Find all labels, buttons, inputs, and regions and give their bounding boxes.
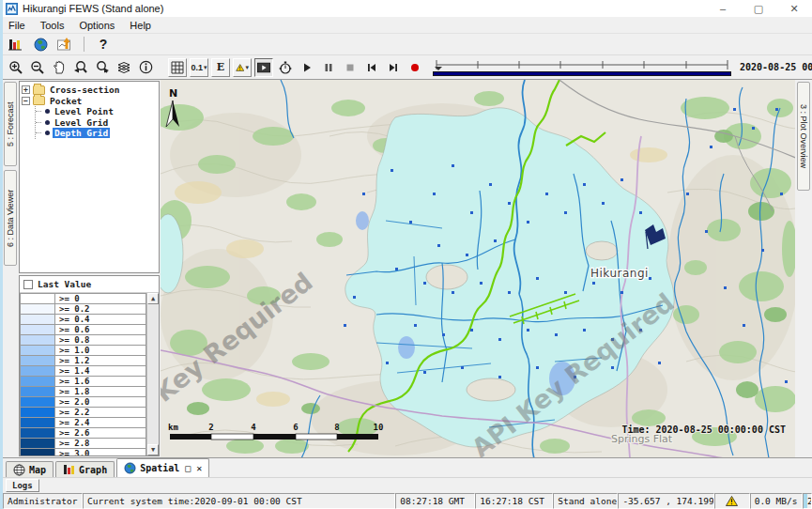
minimize-button[interactable]: – [705,0,741,17]
tree-item-depth-grid[interactable]: Depth Grid [36,128,157,139]
timeline-slider[interactable] [433,58,731,76]
town-label: Hikurangi [590,267,649,280]
play-button[interactable] [298,58,316,77]
legend-row[interactable]: >= 2.0 [20,396,146,407]
legend-row[interactable]: >= 2.8 [20,438,146,448]
expand-icon[interactable]: + [22,85,30,94]
menu-file[interactable]: File [8,20,25,31]
svg-text:km: km [168,423,178,432]
help-button[interactable]: ? [94,35,113,54]
legend-panel: Last Value >= 0>= 0.2>= 0.4>= 0.6>= 0.8>… [19,275,160,456]
title-bar: Hikurangi FEWS (Stand alone) – ▢ ✕ [3,0,812,17]
legend-scrollbar[interactable]: ▲ ▼ [146,293,159,455]
tab-data-viewer[interactable]: 6 : Data Viewer [4,170,17,266]
legend-title: Last Value [38,279,91,289]
zoom-in-icon[interactable] [7,58,25,77]
globe-icon[interactable] [31,35,50,54]
logs-button[interactable]: Logs [6,479,39,492]
collapse-icon[interactable]: − [22,97,30,105]
menu-help[interactable]: Help [130,20,151,31]
legend-row[interactable]: >= 1.6 [20,376,146,386]
layers-icon[interactable] [115,58,133,77]
tab-maximize-icon[interactable]: □ [185,463,191,473]
legend-row[interactable]: >= 1.2 [20,355,146,365]
toolbar-separator [84,37,84,52]
animation-movie-button[interactable] [254,58,273,77]
tab-graph[interactable]: Graph [55,461,115,477]
scroll-down-icon[interactable]: ▼ [147,444,159,455]
tab-plot-overview[interactable]: 3 : Plot Overview [797,82,810,191]
node-bullet-icon [45,120,50,125]
legend-row[interactable]: >= 0 [20,293,146,303]
pan-icon[interactable] [50,58,69,77]
tree-item-level-point[interactable]: Level Point [36,106,157,117]
menu-tools[interactable]: Tools [40,20,65,31]
status-coordinates: -35.657 , 174.199 [618,493,714,509]
class-break-dropdown[interactable]: 0.1 ▾ [190,58,208,77]
legend-rows: >= 0>= 0.2>= 0.4>= 0.6>= 0.8>= 1.0>= 1.2… [20,293,146,455]
legend-row[interactable]: >= 1.0 [20,345,146,355]
zoom-previous-icon[interactable] [71,58,90,77]
map-view[interactable]: API Key Required API Key Required Hikura… [161,80,795,457]
animation-settings-icon[interactable] [276,58,295,77]
svg-text:4: 4 [251,423,256,432]
map-toolbar: 0.1 ▾ E ▾ [3,54,812,79]
menu-bar: File Tools Options Help [3,17,812,34]
legend-row[interactable]: >= 0.8 [20,334,146,345]
last-value-checkbox[interactable] [23,280,33,289]
tab-close-icon[interactable]: ✕ [196,463,202,473]
skip-to-start-button[interactable] [362,58,381,77]
svg-text:8: 8 [334,423,339,432]
zoom-next-icon[interactable] [93,58,112,77]
status-system-time: Current system time:2020-09-01 00:00 CST [83,493,395,509]
record-button[interactable] [406,58,424,77]
left-tab-strip: 5 : Forecast 6 : Data Viewer [3,80,18,457]
legend-row[interactable]: >= 2.4 [20,417,146,427]
legend-row[interactable]: >= 3.0 [20,448,146,455]
folder-icon [33,85,45,95]
svg-text:2: 2 [208,423,213,432]
stop-button[interactable] [341,58,360,77]
wireframe-globe-icon [13,464,25,476]
maximize-button[interactable]: ▢ [741,0,776,17]
zoom-out-icon[interactable] [28,58,47,77]
status-warning-icon[interactable] [714,493,750,509]
chevron-down-icon: ▾ [245,64,249,71]
legend-row[interactable]: >= 2.6 [20,427,146,438]
tree-item-pocket[interactable]: − Pocket [22,96,157,107]
legend-row[interactable]: >= 0.2 [20,303,146,314]
legend-label: >= 3.0 [54,448,146,455]
legend-header: Last Value [20,276,159,293]
legend-row[interactable]: >= 0.4 [20,314,146,324]
legend-row[interactable]: >= 0.6 [20,324,146,334]
spatial-display-icon[interactable] [55,35,74,54]
main-toolbar: ? [3,34,812,54]
bottom-tab-bar: Map Graph Spatial □ ✕ [3,457,812,477]
legend-row[interactable]: >= 1.8 [20,386,146,396]
right-tab-strip: 3 : Plot Overview [795,80,812,457]
status-gmt-time: 08:27:18 GMT [395,493,475,509]
legend-row[interactable]: >= 2.2 [20,407,146,417]
logs-row: Logs [3,477,812,493]
scroll-up-icon[interactable]: ▲ [147,293,159,304]
plots-icon[interactable] [7,35,25,54]
app-window: Hikurangi FEWS (Stand alone) – ▢ ✕ File … [0,0,812,509]
tab-spatial[interactable]: Spatial □ ✕ [116,458,209,477]
tab-forecast[interactable]: 5 : Forecast [4,82,17,166]
thresholds-dropdown[interactable]: ▾ [233,58,252,77]
tree-item-level-grid[interactable]: Level Grid [36,117,157,129]
close-button[interactable]: ✕ [776,0,812,17]
status-local-time: 16:27:18 CST [475,493,553,509]
legend-row[interactable]: >= 1.4 [20,365,146,376]
status-download-rate: 0.0 MB/s [750,493,803,509]
tab-map[interactable]: Map [6,461,54,477]
bar-chart-icon [63,464,75,475]
grid-display-button[interactable] [168,58,187,77]
tree-item-cross-section[interactable]: + Cross-section [22,85,157,96]
info-icon[interactable] [136,58,155,77]
svg-text:6: 6 [293,423,298,432]
labels-toggle-button[interactable]: E [211,58,230,77]
pause-button[interactable] [319,58,338,77]
skip-to-end-button[interactable] [384,58,403,77]
menu-options[interactable]: Options [79,20,115,31]
